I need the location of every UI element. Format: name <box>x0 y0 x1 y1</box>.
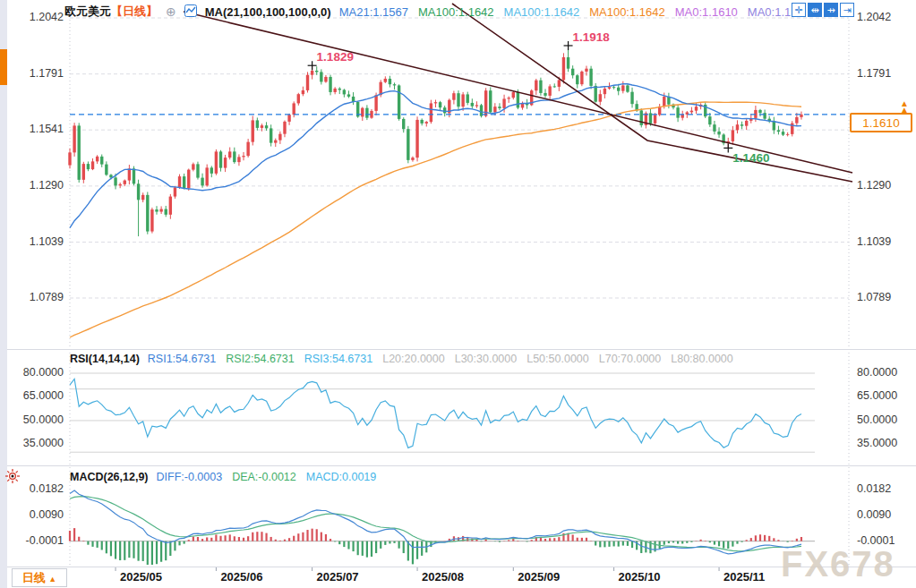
candle-body <box>580 72 583 84</box>
candle-body <box>141 195 144 200</box>
macd-axis-label-right: 0.0090 <box>857 508 891 521</box>
candle-body <box>612 87 615 88</box>
add-indicator-icon[interactable]: ⊕ <box>166 4 176 19</box>
candle-body <box>589 69 592 86</box>
go-to-end-icon[interactable]: ⇥ <box>840 3 854 17</box>
candle-body <box>96 157 98 161</box>
macd-legend-value: DIFF:-0.0003 <box>157 471 223 483</box>
candle-body <box>717 132 720 134</box>
last-price-label[interactable]: 1.1610 <box>850 113 912 132</box>
candle-body <box>708 116 711 124</box>
fit-range-icon[interactable]: ⇹ <box>808 3 822 17</box>
candle-body <box>210 167 213 173</box>
candle-body <box>713 124 715 132</box>
candle-body <box>187 170 190 189</box>
y-axis-label-right: 1.1039 <box>857 235 891 248</box>
ma-legend-value: MA100:1.1642 <box>589 5 665 19</box>
candle-body <box>133 168 135 183</box>
candle-body <box>434 102 437 103</box>
candle-body <box>544 93 546 96</box>
candle-body <box>165 209 167 215</box>
ma-legend-value: MA100:1.1642 <box>418 5 494 19</box>
candle-body <box>215 151 218 173</box>
candle-body <box>608 87 611 89</box>
candle-body <box>159 209 162 212</box>
trend-line <box>184 12 852 173</box>
candle-body <box>183 176 185 188</box>
candle-body <box>205 167 208 185</box>
macd-legend: MACD(26,12,9) DIFF:-0.0003DEA:-0.0012MAC… <box>70 471 376 483</box>
candle-body <box>649 113 652 123</box>
rsi-values-list: RSI1:54.6731RSI2:54.6731RSI3:54.6731L20:… <box>148 353 733 365</box>
candle-body <box>287 115 290 122</box>
candle-body <box>402 119 405 129</box>
candle-body <box>224 158 227 167</box>
rsi-axis-label-left: 50.0000 <box>4 413 64 426</box>
candle-body <box>507 98 509 98</box>
chart-toolbar: ✛⇹⇸⇥ <box>792 3 854 17</box>
rsi-axis-label-left: 80.0000 <box>4 366 64 379</box>
candle-body <box>292 103 295 115</box>
candle-body <box>585 69 587 72</box>
month-label: 2025/06 <box>220 570 262 584</box>
candle-body <box>87 164 90 169</box>
candle-body <box>311 71 313 75</box>
month-label: 2025/11 <box>723 570 765 584</box>
candle-body <box>237 157 240 162</box>
ma-legend-value: MA0:1.1 <box>748 5 791 19</box>
candle-body <box>124 181 126 184</box>
candlestick-chart-icon[interactable] <box>184 4 197 20</box>
candle-body <box>795 117 798 124</box>
candle-body <box>736 124 739 130</box>
ma-legend-value: MA21:1.1567 <box>339 5 408 19</box>
candle-body <box>68 152 71 165</box>
candle-body <box>91 161 94 169</box>
y-axis-label-right: 1.1791 <box>857 67 891 80</box>
candle-body <box>192 164 194 169</box>
candle-body <box>548 86 551 95</box>
candle-body <box>252 120 254 141</box>
candle-body <box>763 113 766 118</box>
pan-tool-icon[interactable]: ✛ <box>792 3 806 17</box>
candle-body <box>306 75 309 90</box>
macd-legend-value: DEA:-0.0012 <box>232 471 296 483</box>
y-axis-label-left: 1.1039 <box>4 235 64 248</box>
candle-body <box>553 86 556 87</box>
candle-body <box>558 80 561 86</box>
ma-legend-value: MA100:1.1642 <box>504 5 580 19</box>
period-selector-button[interactable]: 日线 ▲ <box>12 568 67 587</box>
macd-title: MACD(26,12,9) <box>70 471 149 483</box>
candle-body <box>654 115 656 123</box>
main-rsi-separator <box>7 349 916 350</box>
candle-body <box>219 151 222 167</box>
rsi-legend-value: L80:80.0000 <box>671 353 733 365</box>
month-label: 2025/07 <box>317 570 359 584</box>
month-label: 2025/10 <box>619 570 661 584</box>
candle-body <box>640 110 643 124</box>
month-label: 2025/09 <box>518 570 560 584</box>
candle-body <box>256 120 259 127</box>
candle-body <box>535 81 537 90</box>
candle-body <box>196 164 199 177</box>
rsi-legend-value: L70:70.0000 <box>599 353 662 365</box>
y-axis-label-right: 1.2042 <box>857 11 891 23</box>
price-annotation: 1.1829 <box>317 50 354 64</box>
candle-body <box>745 121 748 126</box>
candle-body <box>118 184 121 185</box>
candle-body <box>457 93 459 107</box>
candle-body <box>365 108 368 118</box>
candle-body <box>407 129 409 160</box>
candle-body <box>517 92 519 107</box>
chart-canvas[interactable] <box>0 0 916 588</box>
candle-body <box>571 69 574 75</box>
candle-body <box>411 158 414 160</box>
candle-body <box>398 85 400 118</box>
candle-body <box>732 130 734 141</box>
candle-body <box>297 94 300 103</box>
scroll-right-icon[interactable]: ⇸ <box>824 3 838 17</box>
candle-body <box>201 178 203 186</box>
candle-body <box>384 79 387 82</box>
price-up-arrow-icon: ▲▲ <box>900 100 909 113</box>
candle-body <box>78 125 81 179</box>
candle-body <box>265 125 268 128</box>
